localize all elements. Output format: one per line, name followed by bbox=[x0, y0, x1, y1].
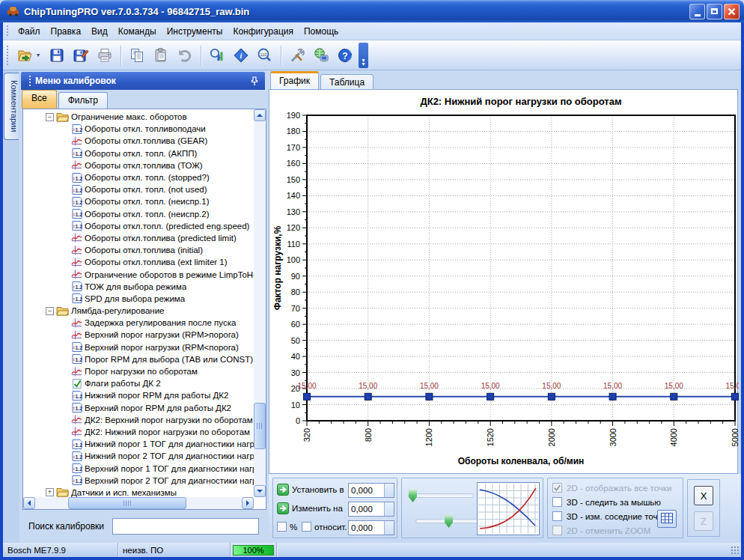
tree-item[interactable]: =1.2Нижний порог 2 ТОГ для диагностики н… bbox=[23, 450, 254, 462]
change-value-input[interactable] bbox=[349, 502, 384, 516]
zoom-scale-button[interactable]: 110 bbox=[254, 44, 276, 67]
paste-button[interactable] bbox=[150, 44, 172, 67]
spin-up-button[interactable] bbox=[385, 502, 394, 509]
online-update-button[interactable] bbox=[310, 44, 332, 67]
resize-grip[interactable] bbox=[731, 546, 740, 555]
option-checkbox-3[interactable] bbox=[552, 511, 562, 521]
menubar-grip[interactable] bbox=[6, 25, 9, 37]
x-axis-button[interactable]: X bbox=[694, 486, 713, 505]
option-checkbox-4[interactable] bbox=[552, 526, 562, 535]
calibration-tab-2[interactable]: Фильтр bbox=[58, 92, 108, 109]
undo-button[interactable] bbox=[174, 44, 196, 67]
z-axis-button[interactable]: Z bbox=[694, 511, 713, 531]
tree-horizontal-scrollbar[interactable] bbox=[23, 497, 254, 509]
tab-comments[interactable]: Комментарии bbox=[4, 73, 19, 140]
open-file-button[interactable] bbox=[13, 44, 36, 67]
tree-item[interactable]: Обороты откл.топлива (ТОЖ) bbox=[23, 159, 254, 171]
tree-item[interactable]: =1.2Обороты откл.топл. (predicted eng.sp… bbox=[23, 220, 254, 232]
tree-item[interactable]: =1.2Верхний порог 1 ТОГ для диагностики … bbox=[23, 462, 254, 474]
menu-item-7[interactable]: Помощь bbox=[299, 24, 344, 39]
menu-item-1[interactable]: Файл bbox=[13, 24, 46, 39]
spin-down-button[interactable] bbox=[385, 509, 394, 516]
collapse-toggle[interactable]: − bbox=[46, 307, 54, 315]
relative-checkbox[interactable] bbox=[302, 522, 311, 532]
spin-up-button[interactable] bbox=[385, 484, 394, 490]
tree-item[interactable]: =1.2Нижний порог RPM для работы ДК2 bbox=[23, 389, 254, 401]
chart-canvas[interactable]: 0102030405060708090100110120130140150160… bbox=[269, 90, 739, 477]
slider-2-track[interactable] bbox=[415, 519, 481, 523]
tree-item[interactable]: =1.2Нижний порог 1 ТОГ для диагностики н… bbox=[23, 438, 254, 450]
tree-folder[interactable]: −Лямбда-регулирование bbox=[23, 305, 254, 317]
save-button[interactable] bbox=[46, 44, 68, 67]
copy-button[interactable] bbox=[126, 44, 148, 67]
expand-toggle[interactable]: + bbox=[46, 488, 54, 496]
spin-up-button[interactable] bbox=[385, 521, 394, 528]
panel-grip[interactable] bbox=[28, 75, 31, 88]
horizontal-scroll-thumb[interactable] bbox=[68, 497, 186, 509]
help-button[interactable]: ? bbox=[334, 44, 356, 67]
slider-2-thumb[interactable] bbox=[445, 515, 453, 528]
tree-folder[interactable]: −Ограничение макс. оборотов bbox=[23, 111, 254, 123]
apply-set-button[interactable] bbox=[277, 484, 289, 496]
tree-item[interactable]: ДК2: Нижний порог нагрузки по оборотам bbox=[23, 426, 254, 438]
menu-item-5[interactable]: Инструменты bbox=[162, 24, 228, 39]
close-button[interactable] bbox=[724, 4, 740, 19]
tree-vertical-scrollbar[interactable] bbox=[254, 109, 266, 497]
tree-item[interactable]: Обороты откл.топлива (GEAR) bbox=[23, 135, 254, 147]
tree-item[interactable]: Обороты откл.топлива (ext limiter 1) bbox=[23, 256, 254, 268]
calibration-tab-1[interactable]: Все bbox=[22, 90, 57, 109]
chart-view-button[interactable] bbox=[206, 44, 228, 67]
vertical-scroll-thumb[interactable] bbox=[254, 403, 266, 449]
tree-item[interactable]: =1.2ТОЖ для выбора режима bbox=[23, 281, 254, 293]
tree-item[interactable]: =1.2Верхний порог 2 ТОГ для диагностики … bbox=[23, 475, 254, 487]
tree-item[interactable]: Обороты откл.топлива (predicted limit) bbox=[23, 232, 254, 244]
minimize-button[interactable] bbox=[689, 4, 705, 19]
spin-down-button[interactable] bbox=[385, 528, 394, 535]
tree-item[interactable]: Порог нагрузки по оборотам bbox=[23, 365, 254, 377]
tools-button[interactable] bbox=[286, 44, 308, 67]
tree-item[interactable]: =1.2Верхний порог RPM для работы ДК2 bbox=[23, 402, 254, 414]
tree-item[interactable]: Задержка регулирования после пуска bbox=[23, 317, 254, 329]
tree-item[interactable]: Ограничение оборотов в режиме LimpToHome bbox=[23, 268, 254, 280]
tree-item[interactable]: Обороты откл.топлива (initial) bbox=[23, 244, 254, 256]
spin-down-button[interactable] bbox=[385, 490, 394, 497]
tree-item[interactable]: Верхний порог нагрузки (RPM>порога) bbox=[23, 329, 254, 341]
percent-checkbox[interactable] bbox=[277, 522, 287, 532]
tree-item[interactable]: =1.2Порог RPM для выбора (TAB или CONST) bbox=[23, 353, 254, 365]
tree-folder[interactable]: +Датчики и исп. механизмы bbox=[23, 487, 254, 497]
tree-item[interactable]: ДК2: Верхний порог нагрузки по оборотам bbox=[23, 414, 254, 426]
collapse-toggle[interactable]: − bbox=[46, 113, 54, 121]
curve-preview-button[interactable] bbox=[477, 482, 540, 535]
option-checkbox-1[interactable] bbox=[552, 483, 562, 493]
tree-item[interactable]: =1.2Обороты откл. топл. (АКПП) bbox=[23, 147, 254, 159]
title-bar[interactable]: ChipTuningPRO ver.7.0.3.734 - 96842715_r… bbox=[0, 0, 744, 22]
menu-item-6[interactable]: Конфигурация bbox=[228, 24, 299, 39]
slider-1-track[interactable] bbox=[408, 493, 474, 498]
edit-neighbors-grid-button[interactable] bbox=[657, 510, 677, 528]
save-as-button[interactable] bbox=[70, 44, 92, 67]
tree-item[interactable]: =1.2Верхний порог нагрузки (RPM<порога) bbox=[23, 341, 254, 353]
option-checkbox-2[interactable] bbox=[552, 497, 562, 507]
view-tab-2[interactable]: Таблица bbox=[320, 74, 373, 90]
search-input[interactable] bbox=[112, 518, 259, 535]
scroll-up-button[interactable] bbox=[254, 109, 266, 121]
view-tab-1[interactable]: График bbox=[270, 71, 319, 90]
menu-item-3[interactable]: Вид bbox=[86, 24, 113, 39]
scroll-left-button[interactable] bbox=[23, 497, 35, 509]
tree-item[interactable]: =1.2SPD для выбора режима bbox=[23, 293, 254, 305]
set-value-input[interactable] bbox=[349, 484, 384, 497]
info-button[interactable]: i bbox=[230, 44, 252, 67]
scroll-down-button[interactable] bbox=[254, 485, 266, 497]
slider-1-thumb[interactable] bbox=[409, 490, 417, 502]
print-button[interactable] bbox=[94, 44, 116, 67]
scroll-right-button[interactable] bbox=[242, 497, 254, 509]
menu-item-2[interactable]: Правка bbox=[46, 24, 87, 39]
relative-value-input[interactable] bbox=[349, 521, 384, 535]
tree-item[interactable]: =1.2Обороты откл. топливоподачи bbox=[23, 123, 254, 135]
tree-item[interactable]: =1.2Обороты откл. топл. (stopped?) bbox=[23, 171, 254, 183]
apply-change-button[interactable] bbox=[277, 502, 289, 514]
toolbar-grip[interactable] bbox=[6, 45, 9, 65]
tree-item[interactable]: =1.2Обороты откл. топл. (неиспр.2) bbox=[23, 208, 254, 220]
tree-item[interactable]: Флаги работы ДК 2 bbox=[23, 377, 254, 389]
pin-button[interactable] bbox=[248, 75, 260, 87]
